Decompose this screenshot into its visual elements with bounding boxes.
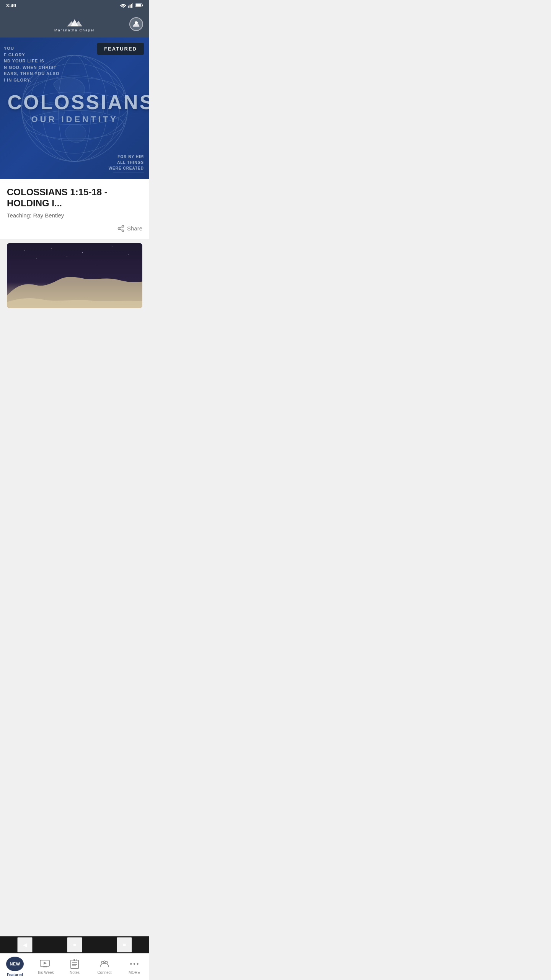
svg-point-0 — [123, 7, 124, 8]
sermon-teacher: Teaching: Ray Bentley — [7, 212, 142, 219]
app-logo: Maranatha Chapel — [54, 16, 95, 32]
svg-point-26 — [128, 254, 129, 255]
card-image-illustration — [7, 243, 142, 308]
status-bar: 3:49 — [0, 0, 149, 11]
svg-point-22 — [24, 250, 25, 251]
svg-rect-4 — [132, 3, 133, 8]
sermon-title: COLOSSIANS 1:15-18 - HOLDING I... — [7, 187, 142, 209]
second-card-section — [0, 239, 149, 308]
svg-point-28 — [67, 256, 67, 257]
logo-text: Maranatha Chapel — [54, 28, 95, 32]
card-thumbnail[interactable] — [7, 243, 142, 308]
featured-badge: FEATURED — [97, 43, 144, 55]
svg-point-23 — [51, 248, 52, 249]
hero-title-sub: OUR IDENTITY — [8, 114, 142, 124]
hero-background: YOU F GLORY ND YOUR LIFE IS N GOD. WHEN … — [0, 38, 149, 179]
profile-avatar[interactable] — [129, 17, 143, 31]
app-header: Maranatha Chapel — [0, 11, 149, 38]
svg-point-27 — [36, 258, 37, 259]
share-label: Share — [127, 225, 142, 232]
status-icons — [120, 3, 143, 8]
sermon-info-section: COLOSSIANS 1:15-18 - HOLDING I... Teachi… — [0, 179, 149, 239]
svg-rect-6 — [142, 5, 143, 6]
svg-rect-2 — [130, 5, 131, 8]
signal-icon — [128, 3, 134, 8]
hero-section[interactable]: YOU F GLORY ND YOUR LIFE IS N GOD. WHEN … — [0, 38, 149, 179]
svg-rect-3 — [131, 4, 132, 8]
hero-title-main: COLOSSIANS — [8, 92, 142, 112]
hero-title: COLOSSIANS OUR IDENTITY — [8, 92, 142, 124]
wifi-icon — [120, 3, 126, 8]
svg-rect-1 — [128, 6, 129, 8]
share-button[interactable]: Share — [117, 225, 142, 232]
svg-rect-7 — [136, 4, 141, 7]
logo-mountain-icon — [67, 16, 82, 28]
status-time: 3:49 — [6, 3, 16, 8]
battery-icon — [135, 3, 143, 8]
user-icon — [132, 20, 140, 28]
svg-point-24 — [82, 252, 83, 253]
side-text-overlay: YOU F GLORY ND YOUR LIFE IS N GOD. WHEN … — [4, 45, 60, 83]
share-icon — [117, 225, 125, 232]
share-row: Share — [7, 225, 142, 234]
svg-point-25 — [112, 247, 113, 247]
card-image-bg — [7, 243, 142, 308]
hero-bottom-text: FOR BY HIM ALL THINGS WERE CREATED — [109, 154, 144, 173]
